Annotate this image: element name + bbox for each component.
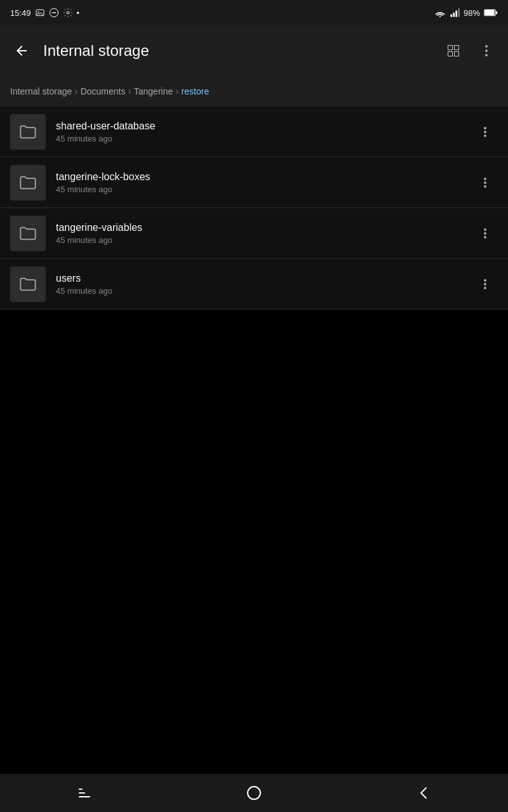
file-date: 45 minutes ago <box>56 134 472 143</box>
svg-point-5 <box>439 16 441 17</box>
svg-rect-11 <box>485 10 495 15</box>
file-date: 45 minutes ago <box>56 235 472 245</box>
file-date: 45 minutes ago <box>56 185 472 194</box>
nav-back-button[interactable] <box>404 780 443 806</box>
breadcrumb-sep-3: › <box>175 86 178 97</box>
signal-icon <box>450 8 460 18</box>
folder-icon <box>10 266 46 302</box>
grid-view-button[interactable] <box>439 37 467 65</box>
svg-point-16 <box>248 787 260 799</box>
file-name: users <box>56 273 472 284</box>
status-right: 98% <box>434 8 498 18</box>
file-info: users 45 minutes ago <box>56 273 472 296</box>
file-info: tangerine-variables 45 minutes ago <box>56 222 472 245</box>
bottom-nav <box>0 774 508 812</box>
grid-icon <box>448 45 459 56</box>
photo-icon <box>35 8 45 18</box>
svg-rect-12 <box>496 11 497 15</box>
file-name: tangerine-variables <box>56 222 472 233</box>
list-item[interactable]: shared-user-database 45 minutes ago <box>0 107 508 157</box>
battery-percent: 98% <box>464 8 480 18</box>
breadcrumb-internal-storage[interactable]: Internal storage <box>10 86 72 96</box>
svg-point-1 <box>37 11 39 13</box>
back-button[interactable] <box>8 37 36 65</box>
folder-icon <box>10 165 46 200</box>
dnd-icon <box>49 8 59 18</box>
page-title: Internal storage <box>43 42 432 60</box>
file-info: shared-user-database 45 minutes ago <box>56 121 472 143</box>
file-date: 45 minutes ago <box>56 286 472 296</box>
svg-rect-8 <box>455 11 457 17</box>
file-info: tangerine-lock-boxes 45 minutes ago <box>56 171 472 194</box>
app-bar: Internal storage <box>0 25 508 76</box>
file-list: shared-user-database 45 minutes ago tang… <box>0 107 508 310</box>
breadcrumb-documents[interactable]: Documents <box>81 86 126 96</box>
item-more-button[interactable] <box>472 272 498 297</box>
breadcrumb-restore[interactable]: restore <box>182 86 210 96</box>
battery-icon <box>484 9 498 16</box>
file-name: shared-user-database <box>56 121 472 132</box>
breadcrumb-sep-1: › <box>74 86 77 97</box>
breadcrumb-tangerine[interactable]: Tangerine <box>134 86 173 96</box>
breadcrumb: Internal storage › Documents › Tangerine… <box>0 76 508 107</box>
folder-icon <box>10 216 46 251</box>
list-item[interactable]: tangerine-lock-boxes 45 minutes ago <box>0 157 508 208</box>
recent-apps-button[interactable] <box>65 780 104 806</box>
more-options-button[interactable] <box>472 37 500 65</box>
svg-point-4 <box>67 11 69 14</box>
item-more-button[interactable] <box>472 170 498 195</box>
status-left: 15:49 • <box>10 8 79 18</box>
svg-rect-9 <box>458 8 460 16</box>
list-item[interactable]: tangerine-variables 45 minutes ago <box>0 208 508 259</box>
notification-dot: • <box>77 8 80 18</box>
svg-rect-6 <box>450 15 452 17</box>
folder-icon <box>10 114 46 150</box>
svg-rect-7 <box>453 13 455 17</box>
settings-icon <box>63 8 73 18</box>
item-more-button[interactable] <box>472 221 498 246</box>
file-name: tangerine-lock-boxes <box>56 171 472 183</box>
list-item[interactable]: users 45 minutes ago <box>0 259 508 310</box>
app-bar-actions <box>439 37 500 65</box>
item-more-button[interactable] <box>472 119 498 145</box>
status-time: 15:49 <box>10 8 31 18</box>
breadcrumb-sep-2: › <box>128 86 131 97</box>
status-bar: 15:49 • 98% <box>0 0 508 25</box>
wifi-icon <box>434 8 446 18</box>
home-button[interactable] <box>235 780 273 806</box>
